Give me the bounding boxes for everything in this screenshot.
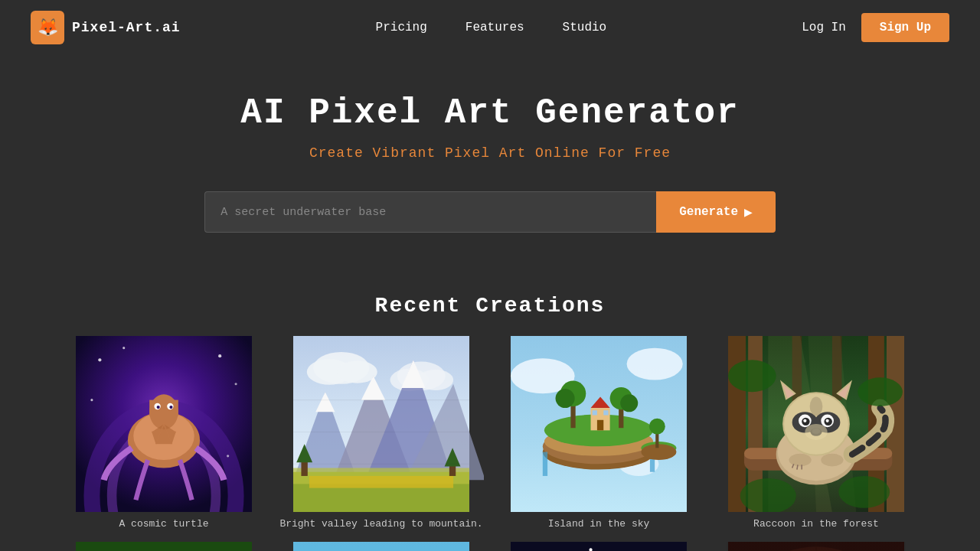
svg-point-10 bbox=[157, 406, 160, 409]
logo-text: Pixel-Art.ai bbox=[72, 20, 181, 35]
svg-line-106 bbox=[797, 465, 798, 469]
svg-rect-63 bbox=[593, 410, 597, 415]
svg-rect-62 bbox=[597, 420, 603, 431]
svg-point-13 bbox=[122, 347, 125, 349]
svg-point-14 bbox=[218, 354, 221, 357]
nav-link-features[interactable]: Features bbox=[466, 21, 524, 34]
generate-arrow-icon: ▶ bbox=[744, 204, 753, 220]
gallery-item-label: Bright valley leading to mountain. bbox=[279, 518, 484, 530]
gallery-item bbox=[279, 542, 484, 551]
recent-creations-title: Recent Creations bbox=[61, 294, 919, 318]
svg-point-25 bbox=[338, 360, 377, 383]
svg-rect-126 bbox=[293, 542, 469, 551]
gallery-image[interactable] bbox=[61, 542, 266, 551]
svg-point-109 bbox=[858, 377, 903, 406]
login-button[interactable]: Log In bbox=[802, 21, 846, 34]
gallery-grid: A cosmic turtle bbox=[61, 336, 919, 551]
gallery-image[interactable] bbox=[279, 542, 484, 551]
generate-button[interactable]: Generate ▶ bbox=[656, 191, 776, 233]
gallery-item bbox=[714, 542, 919, 551]
svg-rect-38 bbox=[309, 476, 453, 488]
svg-point-12 bbox=[98, 358, 101, 361]
nav-actions: Log In Sign Up bbox=[802, 13, 949, 42]
signup-button[interactable]: Sign Up bbox=[861, 13, 949, 42]
gallery-image[interactable] bbox=[714, 336, 919, 512]
gallery-image[interactable] bbox=[714, 542, 919, 551]
gallery-item-label: Raccoon in the forest bbox=[714, 518, 919, 530]
prompt-input[interactable] bbox=[204, 191, 656, 233]
svg-rect-112 bbox=[76, 542, 252, 551]
gallery-item bbox=[496, 542, 701, 551]
svg-point-16 bbox=[90, 399, 93, 401]
nav-links: Pricing Features Studio bbox=[376, 21, 607, 34]
svg-point-56 bbox=[556, 389, 575, 408]
gallery-image[interactable] bbox=[61, 336, 266, 512]
svg-point-70 bbox=[649, 419, 665, 435]
svg-point-108 bbox=[728, 360, 776, 392]
svg-point-11 bbox=[169, 406, 172, 409]
svg-point-101 bbox=[805, 424, 827, 440]
svg-point-102 bbox=[810, 396, 823, 416]
gallery-item-label: Island in the sky bbox=[496, 518, 701, 530]
svg-point-98 bbox=[826, 419, 829, 422]
logo-icon: 🦊 bbox=[31, 11, 64, 44]
generate-container: Generate ▶ bbox=[15, 191, 965, 233]
gallery-image[interactable] bbox=[496, 336, 701, 512]
gallery-item-label: A cosmic turtle bbox=[61, 518, 266, 530]
hero-title: AI Pixel Art Generator bbox=[15, 93, 965, 133]
svg-point-111 bbox=[838, 476, 890, 508]
svg-point-59 bbox=[620, 394, 638, 412]
svg-point-110 bbox=[740, 478, 796, 512]
gallery-image[interactable] bbox=[279, 336, 484, 512]
svg-rect-135 bbox=[511, 542, 687, 551]
gallery-image[interactable] bbox=[496, 542, 701, 551]
gallery-item: Island in the sky bbox=[496, 336, 701, 530]
svg-point-104 bbox=[821, 454, 843, 467]
nav-link-pricing[interactable]: Pricing bbox=[376, 21, 427, 34]
gallery-item bbox=[61, 542, 266, 551]
svg-point-48 bbox=[627, 348, 683, 380]
svg-rect-7 bbox=[149, 400, 178, 416]
navbar: 🦊 Pixel-Art.ai Pricing Features Studio L… bbox=[0, 0, 980, 55]
svg-point-103 bbox=[789, 454, 811, 467]
gallery-item: A cosmic turtle bbox=[61, 336, 266, 530]
svg-point-97 bbox=[803, 419, 806, 422]
svg-point-15 bbox=[235, 383, 237, 385]
gallery-item: Raccoon in the forest bbox=[714, 336, 919, 530]
svg-rect-64 bbox=[603, 410, 608, 415]
generate-label: Generate bbox=[679, 205, 738, 219]
logo[interactable]: 🦊 Pixel-Art.ai bbox=[31, 11, 181, 44]
hero-subtitle: Create Vibrant Pixel Art Online For Free bbox=[15, 145, 965, 161]
svg-rect-173 bbox=[728, 542, 904, 551]
hero-section: AI Pixel Art Generator Create Vibrant Pi… bbox=[0, 55, 980, 294]
svg-rect-65 bbox=[543, 452, 547, 476]
gallery-item: Bright valley leading to mountain. bbox=[279, 336, 484, 530]
svg-point-17 bbox=[227, 455, 229, 457]
nav-link-studio[interactable]: Studio bbox=[563, 21, 607, 34]
recent-creations-section: Recent Creations bbox=[0, 294, 980, 551]
